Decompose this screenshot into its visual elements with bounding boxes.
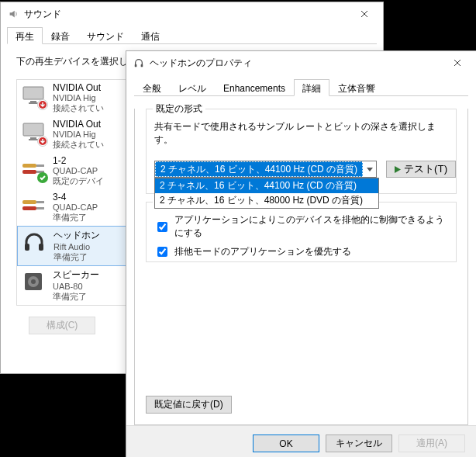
tab-comm[interactable]: 通信	[133, 27, 168, 44]
device-status: 接続されてい	[53, 102, 104, 114]
exclusive-priority-checkbox[interactable]	[157, 247, 167, 257]
tab-spatial[interactable]: 立体音響	[329, 79, 384, 96]
device-name: NVIDIA Out	[53, 82, 104, 93]
format-option[interactable]: 2 チャネル、16 ビット、44100 Hz (CD の音質)	[155, 178, 378, 193]
format-combobox-list: 2 チャネル、16 ビット、44100 Hz (CD の音質) 2 チャネル、1…	[154, 178, 379, 209]
sound-titlebar: サウンド	[1, 2, 383, 26]
device-name: スピーカー	[53, 268, 99, 282]
apply-button: 適用(A)	[398, 434, 465, 452]
device-sub: UAB-80	[53, 282, 99, 291]
tab-level[interactable]: レベル	[170, 79, 215, 96]
device-status: 準備完了	[53, 212, 98, 223]
chevron-down-icon	[363, 161, 376, 177]
svg-rect-22	[141, 64, 143, 68]
headphones-icon	[21, 229, 47, 255]
svg-rect-17	[39, 244, 43, 251]
device-sub: NVIDIA Hig	[53, 130, 104, 139]
cancel-button[interactable]: キャンセル	[326, 434, 392, 452]
device-sub: Rift Audio	[53, 242, 100, 251]
device-sub: QUAD-CAP	[53, 166, 104, 175]
format-combobox[interactable]: 2 チャネル、16 ビット、44100 Hz (CD の音質) 2 チャネル、1…	[154, 161, 377, 178]
exclusive-mode-group: 排他モード アプリケーションによりこのデバイスを排他的に制御できるようにする 排…	[146, 202, 457, 262]
device-sub: NVIDIA Hig	[53, 93, 104, 102]
device-sub: QUAD-CAP	[53, 203, 98, 212]
svg-point-20	[31, 279, 36, 284]
device-status: 接続されてい	[53, 139, 104, 151]
svg-rect-4	[23, 123, 43, 136]
svg-rect-12	[22, 200, 36, 204]
device-name: ヘッドホン	[53, 229, 100, 242]
default-format-desc: 共有モードで使用されるサンプル レートとビットの深さを選択します。	[154, 120, 448, 147]
device-status: 準備完了	[53, 291, 99, 303]
play-icon	[395, 164, 401, 175]
ok-button[interactable]: OK	[253, 434, 319, 452]
device-name: 3-4	[53, 192, 98, 203]
tab-sounds[interactable]: サウンド	[78, 27, 133, 44]
configure-button: 構成(C)	[29, 317, 95, 334]
sound-title: サウンド	[24, 8, 347, 21]
svg-rect-13	[36, 201, 44, 203]
restore-defaults-button[interactable]: 既定値に戻す(D)	[146, 396, 232, 414]
prop-close[interactable]	[440, 52, 474, 74]
sound-close[interactable]	[347, 3, 381, 26]
dialog-button-row: OK キャンセル 適用(A)	[126, 425, 476, 457]
monitor-icon	[20, 82, 47, 109]
format-combobox-value: 2 チャネル、16 ビット、44100 Hz (CD の音質)	[155, 161, 363, 177]
default-format-group: 既定の形式 共有モードで使用されるサンプル レートとビットの深さを選択します。 …	[146, 109, 457, 194]
tab-playback[interactable]: 再生	[7, 27, 43, 44]
sound-tabs: 再生 録音 サウンド 通信	[7, 27, 377, 44]
monitor-icon	[20, 119, 47, 145]
svg-rect-8	[22, 164, 36, 168]
prop-title: ヘッドホンのプロパティ	[150, 57, 440, 70]
device-status: 既定のデバイ	[53, 175, 104, 187]
headphone-properties-window: ヘッドホンのプロパティ 全般 レベル Enhancements 詳細 立体音響 …	[126, 50, 476, 457]
svg-rect-0	[23, 87, 43, 99]
tab-enhancements[interactable]: Enhancements	[215, 79, 294, 96]
svg-rect-10	[22, 170, 36, 174]
tab-advanced[interactable]: 詳細	[294, 79, 329, 96]
svg-rect-9	[36, 164, 44, 167]
jack-icon	[20, 155, 47, 182]
prop-titlebar: ヘッドホンのプロパティ	[126, 51, 476, 74]
svg-rect-1	[30, 101, 36, 102]
tab-recording[interactable]: 録音	[43, 27, 78, 44]
headphones-icon	[133, 57, 145, 69]
svg-rect-21	[135, 64, 137, 68]
prop-tabs: 全般 レベル Enhancements 詳細 立体音響	[134, 79, 468, 96]
svg-rect-5	[30, 137, 36, 139]
tab-general[interactable]: 全般	[134, 79, 170, 96]
exclusive-control-checkbox[interactable]	[157, 222, 167, 232]
device-status: 準備完了	[53, 251, 100, 263]
test-button[interactable]: テスト(T)	[386, 161, 456, 178]
jack-icon	[20, 192, 47, 218]
format-option[interactable]: 2 チャネル、16 ビット、48000 Hz (DVD の音質)	[155, 193, 378, 208]
speaker-icon	[20, 268, 47, 295]
svg-rect-15	[36, 207, 44, 209]
exclusive-priority-label: 排他モードのアプリケーションを優先する	[174, 245, 351, 258]
svg-rect-14	[22, 206, 36, 210]
device-name: 1-2	[53, 155, 104, 166]
exclusive-control-label: アプリケーションによりこのデバイスを排他的に制御できるようにする	[174, 213, 448, 240]
sound-icon	[7, 8, 19, 20]
device-name: NVIDIA Out	[53, 119, 104, 130]
default-format-legend: 既定の形式	[153, 102, 205, 116]
svg-rect-16	[25, 244, 29, 251]
